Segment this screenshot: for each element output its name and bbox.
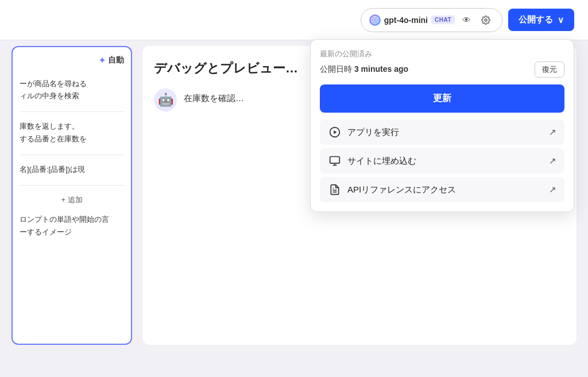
top-bar: gpt-4o-mini CHAT 👁 公開する ∨ (0, 0, 588, 40)
restore-button[interactable]: 復元 (535, 61, 564, 78)
api-reference-item[interactable]: APIリファレンスにアクセス ↗ (320, 177, 564, 202)
model-selector[interactable]: gpt-4o-mini CHAT 👁 (361, 8, 502, 32)
dropdown-header: 最新の公開済み 公開日時 3 minutes ago 復元 (320, 49, 564, 78)
eye-icon[interactable]: 👁 (458, 12, 474, 28)
svg-rect-2 (330, 157, 340, 164)
embed-site-item[interactable]: サイトに埋め込む ↗ (320, 148, 564, 174)
sidebar-text-block-4: ロンプトの単語や開始の言 ーするイメージ (20, 213, 124, 238)
star-icon: ✦ (99, 56, 106, 65)
sidebar-divider-3 (20, 185, 124, 186)
message-text: 在庫数を確認… (184, 89, 244, 104)
sidebar-text-3: 名](品番:[品番])は現 (20, 163, 124, 176)
sidebar-text-2: 庫数を返します。 する品番と在庫数を (20, 120, 124, 145)
svg-marker-1 (334, 130, 336, 134)
sidebar-text-block-3: 名](品番:[品番])は現 (20, 163, 124, 176)
settings-icon[interactable] (478, 12, 494, 28)
model-name-label: gpt-4o-mini (384, 16, 428, 25)
dropdown-date: 公開日時 3 minutes ago (320, 64, 408, 75)
sidebar-text-1: ーが商品名を尋ねる ィルの中身を検索 (20, 78, 124, 102)
action-list: アプリを実行 ↗ サイトに埋め込む ↗ (320, 120, 564, 202)
sidebar-panel: ✦ 自動 ーが商品名を尋ねる ィルの中身を検索 庫数を返します。 する品番と在庫… (11, 46, 132, 345)
embed-icon (328, 155, 342, 167)
sidebar-text-block-2: 庫数を返します。 する品番と在庫数を (20, 120, 124, 145)
embed-site-label: サイトに埋め込む (347, 156, 416, 167)
api-reference-label: APIリファレンスにアクセス (347, 184, 456, 195)
run-app-arrow-icon: ↗ (549, 127, 556, 137)
sidebar-text-4: ロンプトの単語や開始の言 ーするイメージ (20, 213, 124, 238)
embed-site-arrow-icon: ↗ (549, 156, 556, 166)
openai-logo-icon (369, 14, 381, 26)
sidebar-auto-header: ✦ 自動 (20, 55, 124, 70)
update-button[interactable]: 更新 (320, 84, 564, 113)
run-app-label: アプリを実行 (347, 127, 399, 138)
add-label: + 追加 (61, 195, 82, 205)
api-doc-icon (328, 184, 342, 195)
publish-button[interactable]: 公開する ∨ (508, 9, 574, 31)
run-app-item[interactable]: アプリを実行 ↗ (320, 120, 564, 145)
dropdown-date-row: 公開日時 3 minutes ago 復元 (320, 61, 564, 78)
publish-dropdown: 最新の公開済み 公開日時 3 minutes ago 復元 更新 アプリを実行 … (310, 39, 574, 212)
publish-label: 公開する (519, 14, 553, 25)
play-icon (328, 126, 342, 138)
add-button[interactable]: + 追加 (20, 195, 124, 205)
auto-label: ✦ 自動 (99, 55, 124, 66)
chat-tag-badge: CHAT (431, 16, 455, 24)
dropdown-header-title: 最新の公開済み (320, 49, 564, 59)
sidebar-text-block-1: ーが商品名を尋ねる ィルの中身を検索 (20, 78, 124, 102)
bot-avatar: 🤖 (154, 89, 177, 111)
sidebar-divider-2 (20, 155, 124, 155)
publish-chevron-icon: ∨ (558, 15, 564, 25)
sidebar-divider-1 (20, 111, 124, 112)
api-reference-arrow-icon: ↗ (549, 184, 556, 195)
